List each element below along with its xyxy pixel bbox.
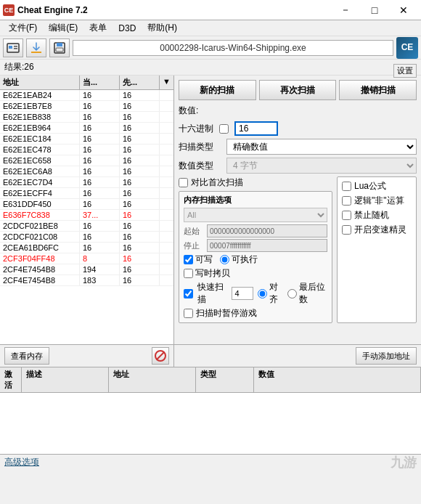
minimize-button[interactable]: － [331, 0, 360, 20]
last-bits-radio[interactable] [287, 289, 297, 298]
load-button[interactable] [26, 38, 46, 57]
start-input[interactable] [207, 224, 327, 237]
cancel-scan-button[interactable]: 撤销扫描 [339, 80, 417, 100]
range-start-row: 起始 [184, 224, 327, 237]
first-scan-checkbox[interactable] [179, 178, 188, 187]
add-address-button[interactable]: 手动添加地址 [356, 347, 417, 365]
scan-type-select[interactable]: 精确数值 比指定值大 比指定值小 介于两者之间 未知的初始值 [226, 139, 417, 155]
cell-curr: 16 [80, 166, 120, 176]
cell-prev: 16 [120, 166, 160, 176]
menu-d3d[interactable]: D3D [113, 22, 142, 35]
open-process-button[interactable] [3, 38, 23, 57]
target-bar: CE 设置 [0, 36, 421, 60]
cell-curr: 37... [80, 210, 120, 220]
mem-type-select[interactable]: All [184, 208, 327, 222]
menu-help[interactable]: 帮助(H) [142, 20, 183, 36]
table-row[interactable]: E62E1EC658 16 16 [0, 155, 173, 166]
table-row[interactable]: 2CF3F04FF48 8 16 [0, 253, 173, 264]
next-scan-button[interactable]: 再次扫描 [259, 80, 337, 100]
menu-edit[interactable]: 编辑(E) [43, 20, 83, 36]
table-row[interactable]: 2CEA61BD6FC 16 16 [0, 243, 173, 253]
writable-label: 可写 [195, 253, 213, 266]
maximize-button[interactable]: □ [360, 0, 389, 20]
svg-rect-5 [57, 43, 62, 46]
copy-on-write-checkbox[interactable] [184, 269, 193, 278]
table-row[interactable]: E62E1EC184 16 16 [0, 134, 173, 145]
table-row[interactable]: E631DDF450 16 16 [0, 199, 173, 210]
cell-curr: 16 [80, 123, 120, 133]
table-row[interactable]: 2CDCF021BE8 16 16 [0, 221, 173, 232]
table-row[interactable]: E62E1EAB24 16 16 [0, 90, 173, 101]
cell-addr: E62E1EB7E8 [0, 101, 80, 111]
cell-curr: 16 [80, 199, 120, 209]
executable-radio[interactable] [220, 255, 229, 264]
lower-col-desc: 描述 [22, 367, 109, 392]
lower-address-table: 激活 描述 地址 类型 数值 [0, 367, 421, 454]
results-count-label: 结果:26 [4, 62, 34, 72]
no-random-option: 禁止随机 [342, 209, 412, 221]
table-row[interactable]: E62E1EB838 16 16 [0, 112, 173, 123]
table-row[interactable]: E62E1EC478 16 16 [0, 145, 173, 155]
table-row[interactable]: E62E1EB7E8 16 16 [0, 101, 173, 112]
new-scan-button[interactable]: 新的扫描 [179, 80, 256, 100]
last-bits-option: 最后位数 [287, 281, 327, 306]
table-row[interactable]: E62E1EC6A8 16 16 [0, 166, 173, 177]
stop-input[interactable] [207, 239, 327, 252]
target-process-input[interactable] [73, 40, 393, 56]
cell-addr: 2CDCF021C08 [0, 232, 80, 242]
align-radio[interactable] [258, 289, 267, 298]
no-random-checkbox[interactable] [342, 211, 351, 220]
advanced-options-label[interactable]: 高级选项 [4, 456, 39, 468]
table-row[interactable]: 2CDCF021C08 16 16 [0, 232, 173, 243]
view-memory-button[interactable]: 查看内存 [4, 347, 49, 365]
cell-prev: 16 [120, 145, 160, 155]
speedy-checkbox[interactable] [342, 225, 351, 235]
lua-checkbox[interactable] [342, 182, 351, 191]
results-table-body[interactable]: E62E1EAB24 16 16 E62E1EB7E8 16 16 E62E1E… [0, 90, 173, 344]
ce-logo-text: CE [401, 43, 414, 52]
table-row[interactable]: 2CF4E7454B8 183 16 [0, 275, 173, 286]
lua-label: Lua公式 [354, 180, 386, 192]
fast-scan-value[interactable] [232, 287, 253, 300]
cell-curr: 16 [80, 145, 120, 155]
copy-on-write-row: 写时拷贝 [184, 267, 327, 280]
value-type-select[interactable]: 4 字节 2 字节 8 字节 [226, 158, 417, 174]
cell-addr: E62E1ECFF4 [0, 188, 80, 198]
stop-label: 停止 [184, 240, 204, 251]
value-input[interactable] [234, 121, 278, 136]
table-row[interactable]: E62E1EC7D4 16 16 [0, 177, 173, 188]
executable-label: 可执行 [232, 253, 258, 266]
pause-checkbox[interactable] [184, 309, 193, 318]
table-row[interactable]: E62E1ECFF4 16 16 [0, 188, 173, 199]
hex-checkbox[interactable] [219, 124, 229, 134]
save-button[interactable] [49, 38, 70, 57]
last-bits-label: 最后位数 [299, 281, 327, 306]
cell-addr: 2CF4E7454B8 [0, 275, 80, 285]
scan-buttons-row: 新的扫描 再次扫描 撤销扫描 [179, 80, 417, 100]
writable-option: 可写 [184, 253, 213, 266]
mem-scan-title: 内存扫描选项 [184, 195, 327, 206]
col-header-previous: 先... [120, 76, 160, 89]
scan-type-label: 扫描类型 [179, 141, 222, 153]
cell-prev: 16 [120, 221, 160, 231]
table-row[interactable]: E62E1EB964 16 16 [0, 123, 173, 134]
cell-addr: E62E1EC184 [0, 134, 80, 144]
cell-curr: 16 [80, 112, 120, 122]
table-row[interactable]: E636F7C838 37... 16 [0, 210, 173, 221]
first-scan-row: 对比首次扫描 [179, 176, 332, 189]
table-row[interactable]: 2CF4E7454B8 194 16 [0, 264, 173, 275]
fast-scan-checkbox[interactable] [184, 289, 193, 298]
close-button[interactable]: ✕ [389, 0, 418, 20]
cell-addr: 2CDCF021BE8 [0, 221, 80, 231]
cell-prev: 16 [120, 199, 160, 209]
not-or-checkbox[interactable] [342, 196, 351, 206]
range-stop-row: 停止 [184, 239, 327, 252]
lua-option: Lua公式 [342, 180, 412, 192]
stop-icon[interactable] [152, 347, 169, 365]
settings-button[interactable]: 设置 [393, 64, 417, 78]
menu-table[interactable]: 表单 [83, 20, 113, 36]
cell-prev: 16 [120, 155, 160, 166]
menu-file[interactable]: 文件(F) [3, 20, 43, 36]
lower-table-body[interactable] [0, 393, 421, 458]
writable-checkbox[interactable] [184, 255, 193, 264]
